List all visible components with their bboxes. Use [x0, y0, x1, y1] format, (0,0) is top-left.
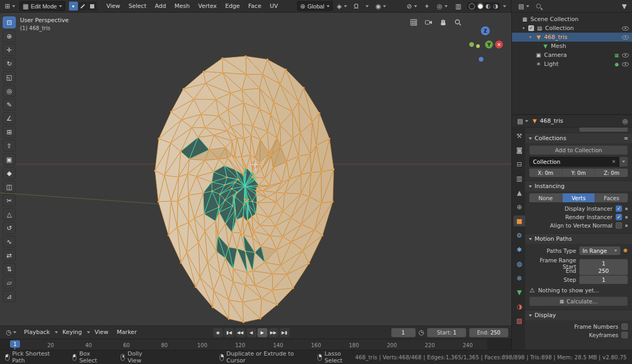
tab-modifiers[interactable]: ⚙	[514, 230, 525, 241]
xray-toggle-button[interactable]: ▥	[453, 1, 464, 11]
panel-instancing-header[interactable]: Instancing	[525, 181, 632, 191]
mode-dropdown[interactable]: ▦ Edit Mode	[19, 1, 65, 11]
visibility-eye-icon[interactable]	[622, 26, 629, 31]
align-to-vertex-normal-checkbox[interactable]	[616, 222, 622, 229]
menu-timeline-view[interactable]: View	[91, 327, 112, 338]
panel-menu-icon[interactable]: ≡	[624, 136, 628, 141]
panel-collections-header[interactable]: Collections ≡	[525, 133, 632, 143]
menu-edge[interactable]: Edge	[222, 1, 244, 12]
face-mesh[interactable]	[0, 13, 511, 326]
prev-keyframe-button[interactable]: ◀◀	[235, 328, 245, 337]
rotate-tool-button[interactable]: ↻	[3, 57, 16, 70]
outliner-row-468-tris[interactable]: ▾▼468_tris	[512, 33, 632, 42]
transform-tool-button[interactable]: ◎	[3, 85, 16, 97]
outliner-row-mesh[interactable]: ▼Mesh	[512, 42, 632, 51]
shear-tool-button[interactable]: ▱	[3, 277, 16, 289]
instancing-none-button[interactable]: None	[529, 193, 562, 202]
disclosure-icon[interactable]: ▾	[521, 26, 526, 31]
shading-dropdown-icon[interactable]	[503, 5, 506, 7]
tab-object[interactable]: ■	[514, 215, 525, 227]
add-to-collection-button[interactable]: Add to Collection	[529, 145, 628, 155]
menu-marker[interactable]: Marker	[113, 327, 141, 338]
annotate-tool-button[interactable]: ✎	[3, 99, 16, 111]
outliner-row-camera[interactable]: ▣Camera▦	[512, 51, 632, 60]
collection-dropdown[interactable]	[619, 157, 628, 166]
next-keyframe-button[interactable]: ▶▶	[268, 328, 278, 337]
rip-region-tool-button[interactable]: ⊿	[3, 290, 16, 302]
rendered-shading-button[interactable]: ◑	[492, 3, 499, 9]
tab-particles[interactable]: ✱	[514, 244, 525, 255]
menu-keying[interactable]: Keying	[59, 327, 86, 338]
play-button[interactable]: ▶	[257, 328, 267, 337]
pivot-point-dropdown[interactable]: ◈	[334, 1, 350, 11]
panel-motion-paths-header[interactable]: Motion Paths	[525, 233, 632, 244]
tab-physics[interactable]: ◍	[514, 258, 525, 269]
knife-tool-button[interactable]: ✂	[3, 194, 16, 206]
snap-target-dropdown[interactable]	[363, 1, 371, 11]
measure-tool-button[interactable]: ∠	[3, 112, 16, 124]
animate-dot[interactable]	[625, 216, 628, 219]
record-button[interactable]: ◉	[213, 328, 223, 337]
outliner-row-light[interactable]: ☀Light●	[512, 60, 632, 68]
pan-view-icon[interactable]	[438, 17, 448, 27]
instancing-faces-button[interactable]: Faces	[595, 193, 628, 202]
pin-icon[interactable]: ◎	[623, 118, 628, 124]
axis-y-handle[interactable]: Y	[485, 41, 493, 48]
display-instancer-checkbox[interactable]: ✓	[616, 205, 622, 212]
menu-select[interactable]: Select	[125, 1, 150, 12]
playhead[interactable]: 1	[10, 340, 20, 348]
jump-to-end-button[interactable]: ▶▮	[279, 328, 289, 337]
render-instancer-checkbox[interactable]: ✓	[616, 214, 622, 220]
extrude-region-tool-button[interactable]: ⇧	[3, 140, 16, 152]
bevel-tool-button[interactable]: ◆	[3, 167, 16, 179]
outliner-row-scene-collection[interactable]: ▦Scene Collection	[512, 15, 632, 24]
solid-shading-button[interactable]: ●	[477, 3, 483, 9]
menu-view[interactable]: View	[103, 1, 124, 12]
frame-end-field[interactable]: End:250	[469, 328, 508, 337]
visibility-eye-icon[interactable]	[622, 53, 629, 57]
menu-mesh[interactable]: Mesh	[171, 1, 193, 12]
timeline-ruler[interactable]: 1 20406080100120140160180200220240	[0, 339, 511, 350]
axis-dot[interactable]	[476, 44, 480, 48]
scale-tool-button[interactable]: ◱	[3, 71, 16, 83]
calculate-button[interactable]: ▦ Calculate...	[529, 297, 628, 306]
move-tool-button[interactable]: ✛	[3, 44, 16, 56]
spin-tool-button[interactable]: ↺	[3, 222, 16, 234]
tab-tool[interactable]: ⚒	[514, 130, 525, 141]
wireframe-shading-button[interactable]: ◯	[468, 3, 476, 9]
paths-type-dropdown[interactable]: In Range	[579, 247, 620, 255]
face-select-button[interactable]	[88, 2, 97, 11]
tab-view-layer[interactable]: ▥	[514, 173, 525, 184]
tab-render[interactable]: ◙	[514, 144, 525, 155]
tab-texture[interactable]: ▨	[514, 315, 525, 326]
animate-dot[interactable]	[625, 224, 628, 227]
poly-build-tool-button[interactable]: △	[3, 208, 16, 220]
gizmo-toggle-button[interactable]: +	[422, 1, 431, 11]
edge-slide-tool-button[interactable]: ⇄	[3, 249, 16, 261]
offset-x-field[interactable]: X: 0m	[529, 169, 562, 177]
menu-playback[interactable]: Playback	[20, 327, 53, 338]
axis-neg-z-handle[interactable]	[479, 57, 483, 62]
menu-uv[interactable]: UV	[266, 1, 282, 12]
camera-view-icon[interactable]	[423, 17, 433, 27]
tab-output[interactable]: ⊟	[514, 159, 525, 170]
keyframes-checkbox[interactable]	[621, 332, 628, 338]
timeline-editor-button[interactable]: ◷	[3, 328, 19, 338]
end-field[interactable]: 250	[579, 267, 628, 275]
proportional-editing-dropdown[interactable]: ◉	[373, 1, 389, 11]
shrink-fatten-tool-button[interactable]: ⇅	[3, 263, 16, 275]
jump-to-start-button[interactable]: ▮◀	[224, 328, 234, 337]
overlays-dropdown[interactable]: ◎	[434, 1, 450, 11]
select-box-tool-button[interactable]: ⊡	[3, 16, 16, 28]
preview-range-clock-icon[interactable]: ◷	[419, 329, 424, 336]
instancing-verts-button[interactable]: Verts	[562, 193, 596, 202]
inset-faces-tool-button[interactable]: ▣	[3, 153, 16, 165]
menu-vertex[interactable]: Vertex	[194, 1, 220, 12]
loop-cut-tool-button[interactable]: ◫	[3, 181, 16, 193]
material-shading-button[interactable]: ◐	[485, 3, 491, 9]
visibility-eye-icon[interactable]	[622, 35, 629, 40]
axis-x-handle[interactable]: ✕	[495, 41, 503, 48]
cursor-tool-button[interactable]: ⊕	[3, 30, 16, 42]
collection-checkbox[interactable]: ✓	[528, 25, 534, 31]
offset-z-field[interactable]: Z: 0m	[595, 169, 628, 177]
